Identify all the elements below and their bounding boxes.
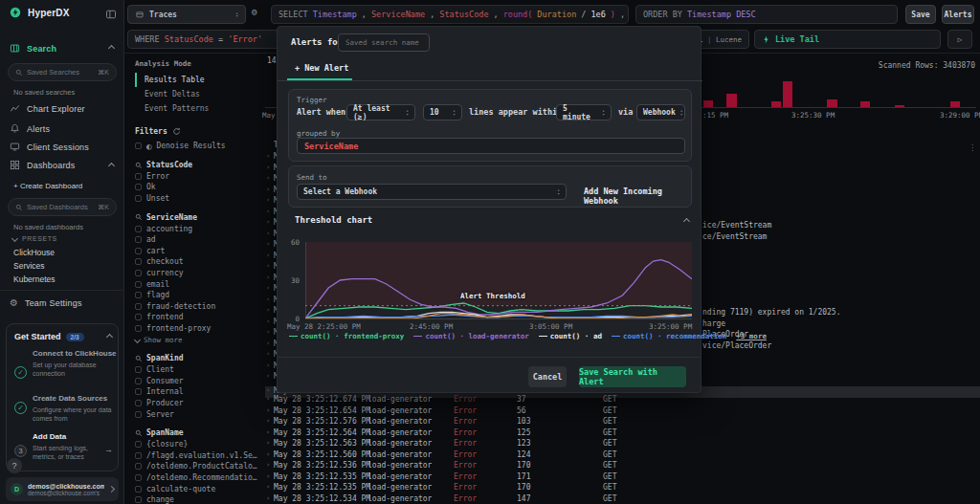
legend-entry[interactable]: count() · frontend-proxy (289, 332, 404, 340)
filter-item[interactable]: {closure} (135, 439, 265, 450)
play-button[interactable]: ▷ (947, 30, 972, 49)
sidebar-item-client-sessions[interactable]: Client Sessions (10, 142, 89, 152)
checkbox-icon (135, 452, 142, 459)
expand-chevron-icon: › (266, 350, 270, 358)
channel-select[interactable]: Webhook ▴▾ (636, 104, 685, 121)
hyperdx-logo-icon (10, 7, 21, 18)
grouped-by-input[interactable]: ServiceName (297, 138, 685, 154)
filter-item-label: frontend (146, 313, 184, 321)
table-row[interactable]: ›May 28 3:25:12.674 PMload-generatorErro… (265, 395, 980, 406)
row-spanname: GET (603, 439, 616, 448)
interval-select[interactable]: 5 minute ▴▾ (556, 104, 612, 121)
filter-item[interactable]: frontend (135, 312, 265, 323)
get-started-header[interactable]: Get Started 2/3 (14, 332, 112, 341)
saved-search-name-input[interactable] (338, 33, 430, 52)
live-tail-button[interactable]: Live Tail (754, 30, 941, 49)
filter-item[interactable]: Client (135, 364, 265, 376)
filter-item[interactable]: Unset (135, 193, 265, 205)
table-row[interactable]: ›May 28 3:25:12.534 PMload-generatorErro… (265, 494, 980, 504)
filter-item[interactable]: change (135, 494, 265, 504)
sidebar-item-alerts[interactable]: Alerts (10, 123, 50, 134)
alerts-button[interactable]: Alerts (942, 5, 974, 24)
threshold-value-input[interactable]: 10 ▴▾ (423, 104, 462, 121)
get-started-step[interactable]: Add Data Start sending logs, metrics, or… (33, 432, 109, 461)
table-row[interactable]: ›May 28 3:25:12.535 PMload-generatorErro… (265, 483, 980, 494)
filter-item[interactable]: frontend-proxy (135, 323, 265, 335)
get-started-step[interactable]: Create Data Sources Configure where your… (33, 394, 117, 423)
sidebar-item-dashboards[interactable]: Dashboards (10, 160, 76, 170)
filter-item[interactable]: checkout (135, 256, 265, 268)
tab-new-alert[interactable]: + New Alert (295, 63, 348, 73)
filter-item[interactable]: Ok (135, 182, 265, 193)
help-button[interactable]: ? (7, 458, 22, 473)
row-service: load-generator (368, 417, 432, 426)
mode-results-table[interactable]: Results Table (135, 73, 265, 87)
order-by-input[interactable]: ORDER BY Timestamp DESC (635, 5, 898, 24)
filter-item[interactable]: fraud-detection (135, 301, 265, 313)
presets-toggle[interactable]: PRESETS (12, 235, 57, 242)
saved-searches-input[interactable]: ⌘K (8, 63, 117, 81)
webhook-select[interactable]: Select a Webhook ▴▾ (297, 184, 567, 200)
denoise-results-checkbox[interactable]: ◐ Denoise Results (135, 141, 265, 152)
filter-item[interactable]: currency (135, 268, 265, 279)
legend-more-link[interactable]: +3 more (736, 332, 767, 340)
sidebar-item-search[interactable]: Search (10, 43, 56, 54)
filter-item[interactable]: accounting (135, 223, 265, 234)
filter-item[interactable]: Internal (135, 386, 265, 398)
save-search-with-alert-button[interactable]: Save Search with Alert (579, 366, 686, 387)
preset-kubernetes[interactable]: Kubernetes (13, 274, 55, 284)
filter-item[interactable]: flagd (135, 290, 265, 301)
table-row[interactable]: ›May 28 3:25:12.564 PMload-generatorErro… (265, 428, 980, 440)
filter-item[interactable]: cart (135, 246, 265, 257)
mode-event-deltas[interactable]: Event Deltas (135, 87, 265, 101)
checkbox-icon (135, 411, 142, 418)
add-webhook-link[interactable]: Add New Incoming Webhook (584, 186, 691, 206)
search-collapse-chevron[interactable] (108, 45, 115, 52)
get-started-step[interactable]: Connect to ClickHouse Set up your databa… (33, 349, 117, 378)
row-spanname: GET (603, 483, 616, 492)
filter-item[interactable]: Producer (135, 398, 265, 409)
table-row[interactable]: ›May 28 3:25:12.654 PMload-generatorErro… (265, 406, 980, 418)
chart-collapse-chevron[interactable] (683, 218, 690, 225)
filter-item[interactable]: calculate-quote (135, 483, 265, 494)
sidebar-item-team-settings[interactable]: ⚙ Team Settings (10, 298, 82, 308)
filter-item[interactable]: Error (135, 171, 265, 183)
chevron-right-icon (108, 486, 115, 493)
condition-select[interactable]: At least (≥) ▴▾ (346, 104, 415, 121)
save-button[interactable]: Save (905, 5, 936, 24)
filter-item[interactable]: ad (135, 234, 265, 246)
saved-searches-field[interactable] (27, 68, 94, 77)
user-menu[interactable]: D demos@clickhouse.com demos@clickhouse.… (6, 477, 119, 501)
saved-dashboards-input[interactable]: ⌘K (8, 198, 117, 216)
table-row[interactable]: ›May 28 3:25:12.576 PMload-generatorErro… (265, 417, 980, 428)
refresh-icon[interactable] (172, 127, 181, 136)
filter-item[interactable]: /flagd.evaluation.v1.Se… (135, 449, 265, 461)
filter-item[interactable]: email (135, 278, 265, 290)
preset-clickhouse[interactable]: ClickHouse (13, 248, 55, 257)
table-row[interactable]: ›May 28 3:25:12.560 PMload-generatorErro… (265, 450, 980, 462)
filter-item[interactable]: /oteldemo.Recommendatio… (135, 472, 265, 484)
legend-entry[interactable]: count() · ad (539, 332, 602, 340)
panel-toggle-icon[interactable] (105, 9, 117, 20)
saved-dashboards-field[interactable] (27, 203, 94, 211)
filter-item[interactable]: Server (135, 408, 265, 420)
legend-entry[interactable]: count() · load-generator (413, 332, 528, 340)
source-select[interactable]: Traces ▴▾ (127, 5, 246, 24)
create-dashboard-button[interactable]: + Create Dashboard (13, 182, 82, 190)
table-row[interactable]: ›May 28 3:25:12.536 PMload-generatorErro… (265, 461, 980, 472)
sidebar-item-chart-explorer[interactable]: Chart Explorer (10, 103, 85, 114)
cancel-button[interactable]: Cancel (528, 366, 567, 387)
query-segment: 1e6 (590, 10, 605, 19)
filter-item[interactable]: /oteldemo.ProductCatalo… (135, 461, 265, 472)
show-more-button[interactable]: Show more (135, 334, 265, 345)
filter-item[interactable]: Consumer (135, 376, 265, 387)
legend-entry[interactable]: count() · recommendation (612, 332, 726, 340)
table-row[interactable]: ›May 28 3:25:12.563 PMload-generatorErro… (265, 439, 980, 450)
dashboards-collapse-chevron[interactable] (108, 163, 115, 169)
mode-event-patterns[interactable]: Event Patterns (135, 101, 265, 116)
table-row[interactable]: ›May 28 3:25:12.535 PMload-generatorErro… (265, 472, 980, 484)
gear-icon[interactable]: ⚙ (252, 7, 257, 17)
select-query-input[interactable]: SELECT Timestamp,ServiceName,StatusCode,… (271, 5, 629, 24)
legend-line-icon (539, 336, 547, 337)
preset-services[interactable]: Services (13, 261, 45, 271)
